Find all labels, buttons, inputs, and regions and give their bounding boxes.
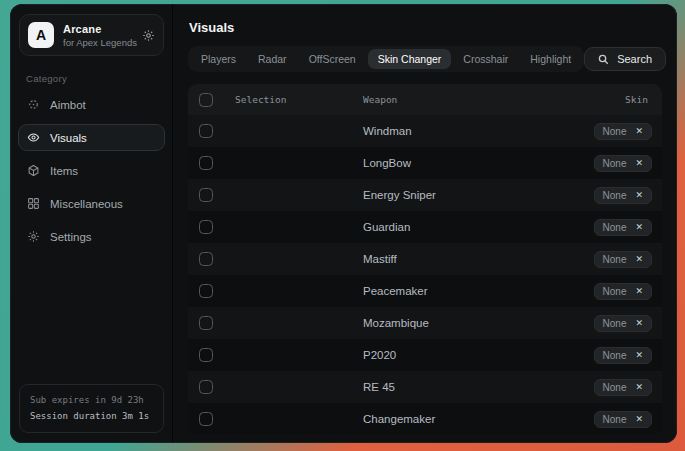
row-checkbox[interactable]: [199, 380, 213, 394]
skin-value: None: [603, 126, 627, 137]
table-row: Mozambique None ✕: [188, 307, 662, 339]
tab-players[interactable]: Players: [191, 49, 246, 69]
weapon-name: Windman: [363, 125, 540, 137]
tab-bar: PlayersRadarOffScreenSkin ChangerCrossha…: [188, 46, 584, 72]
table-row: P2020 None ✕: [188, 339, 662, 371]
weapon-name: P2020: [363, 349, 540, 361]
tab-crosshair[interactable]: Crosshair: [453, 49, 518, 69]
tab-offscreen[interactable]: OffScreen: [299, 49, 366, 69]
sidebar-item-miscellaneous[interactable]: Miscellaneous: [18, 190, 165, 217]
row-checkbox[interactable]: [199, 124, 213, 138]
sidebar-item-label: Settings: [50, 231, 92, 243]
weapon-name: Changemaker: [363, 413, 540, 425]
select-all-checkbox[interactable]: [199, 93, 213, 107]
skin-cell: None ✕: [540, 411, 652, 428]
skin-value: None: [603, 190, 627, 201]
close-icon[interactable]: ✕: [635, 223, 643, 232]
table-row: Changemaker None ✕: [188, 403, 662, 434]
skin-chip[interactable]: None ✕: [594, 379, 652, 396]
toolbar: PlayersRadarOffScreenSkin ChangerCrossha…: [188, 46, 662, 72]
sidebar-item-label: Aimbot: [50, 99, 86, 111]
tab-skin-changer[interactable]: Skin Changer: [368, 49, 452, 69]
skin-chip[interactable]: None ✕: [594, 315, 652, 332]
app-title: Arcane: [63, 23, 133, 35]
skin-cell: None ✕: [540, 123, 652, 140]
selection-column-header: Selection: [235, 94, 363, 105]
skin-cell: None ✕: [540, 251, 652, 268]
sidebar-item-visuals[interactable]: Visuals: [18, 124, 165, 151]
sidebar-spacer: [11, 253, 172, 376]
eye-icon: [27, 131, 40, 144]
row-checkbox[interactable]: [199, 412, 213, 426]
session-duration-text: Session duration 3m 1s: [30, 408, 153, 424]
row-checkbox[interactable]: [199, 252, 213, 266]
weapon-column-header: Weapon: [363, 94, 540, 105]
table-row: Guardian None ✕: [188, 211, 662, 243]
skin-chip[interactable]: None ✕: [594, 155, 652, 172]
skin-cell: None ✕: [540, 347, 652, 364]
skin-chip[interactable]: None ✕: [594, 283, 652, 300]
row-checkbox[interactable]: [199, 348, 213, 362]
close-icon[interactable]: ✕: [635, 159, 643, 168]
row-checkbox[interactable]: [199, 188, 213, 202]
crosshair-icon: [27, 98, 40, 111]
sidebar-item-label: Visuals: [50, 132, 87, 144]
sidebar-item-settings[interactable]: Settings: [18, 223, 165, 250]
sub-expires-text: Sub expires in 9d 23h: [30, 392, 153, 408]
close-icon[interactable]: ✕: [635, 127, 643, 136]
search-button[interactable]: Search: [584, 47, 666, 71]
weapon-name: LongBow: [363, 157, 540, 169]
table-row: LongBow None ✕: [188, 147, 662, 179]
skin-chip[interactable]: None ✕: [594, 251, 652, 268]
weapon-name: Mozambique: [363, 317, 540, 329]
row-checkbox[interactable]: [199, 316, 213, 330]
skin-cell: None ✕: [540, 283, 652, 300]
skin-chip[interactable]: None ✕: [594, 347, 652, 364]
table-row: RE 45 None ✕: [188, 371, 662, 403]
table-row: Windman None ✕: [188, 115, 662, 147]
skin-value: None: [603, 254, 627, 265]
close-icon[interactable]: ✕: [635, 319, 643, 328]
row-checkbox[interactable]: [199, 220, 213, 234]
skin-value: None: [603, 414, 627, 425]
skin-value: None: [603, 286, 627, 297]
skin-changer-table: Selection Weapon Skin Windman None ✕ Lon…: [188, 84, 662, 434]
close-icon[interactable]: ✕: [635, 415, 643, 424]
weapon-name: Peacemaker: [363, 285, 540, 297]
row-checkbox[interactable]: [199, 284, 213, 298]
skin-column-header: Skin: [540, 94, 652, 105]
close-icon[interactable]: ✕: [635, 351, 643, 360]
desktop-background: { "app": { "name": "Arcane", "subtitle":…: [0, 0, 685, 451]
skin-value: None: [603, 350, 627, 361]
subscription-card: Sub expires in 9d 23h Session duration 3…: [19, 384, 164, 433]
grid-icon: [27, 197, 40, 210]
weapon-name: Energy Sniper: [363, 189, 540, 201]
sidebar-nav: Aimbot Visuals Items Miscellaneous Setti…: [11, 88, 172, 253]
skin-chip[interactable]: None ✕: [594, 219, 652, 236]
close-icon[interactable]: ✕: [635, 287, 643, 296]
close-icon[interactable]: ✕: [635, 191, 643, 200]
skin-chip[interactable]: None ✕: [594, 187, 652, 204]
skin-chip[interactable]: None ✕: [594, 123, 652, 140]
sidebar: A Arcane for Apex Legends Category Aimbo…: [10, 4, 173, 443]
sidebar-item-aimbot[interactable]: Aimbot: [18, 91, 165, 118]
weapon-name: Guardian: [363, 221, 540, 233]
skin-value: None: [603, 158, 627, 169]
sidebar-item-items[interactable]: Items: [18, 157, 165, 184]
table-row: Peacemaker None ✕: [188, 275, 662, 307]
skin-cell: None ✕: [540, 315, 652, 332]
row-checkbox[interactable]: [199, 156, 213, 170]
table-row: Mastiff None ✕: [188, 243, 662, 275]
weapon-name: Mastiff: [363, 253, 540, 265]
gear-icon[interactable]: [142, 29, 155, 42]
close-icon[interactable]: ✕: [635, 255, 643, 264]
app-subtitle: for Apex Legends: [63, 37, 133, 48]
category-label: Category: [26, 73, 172, 84]
skin-chip[interactable]: None ✕: [594, 411, 652, 428]
tab-radar[interactable]: Radar: [248, 49, 297, 69]
app-window: A Arcane for Apex Legends Category Aimbo…: [10, 4, 677, 443]
skin-value: None: [603, 382, 627, 393]
table-header-row: Selection Weapon Skin: [188, 84, 662, 115]
tab-highlight[interactable]: Highlight: [520, 49, 581, 69]
close-icon[interactable]: ✕: [635, 383, 643, 392]
